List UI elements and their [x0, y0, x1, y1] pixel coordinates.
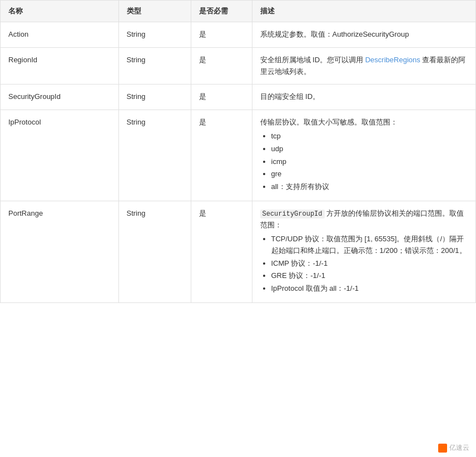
cell-desc: 系统规定参数。取值：AuthorizeSecurityGroup [252, 22, 475, 48]
list-item: IpProtocol 取值为 all：-1/-1 [271, 283, 468, 295]
cell-name: PortRange [1, 201, 118, 302]
cell-name: IpProtocol [1, 110, 118, 201]
cell-name: RegionId [1, 47, 118, 85]
list-item: TCP/UDP 协议：取值范围为 [1, 65535]。使用斜线（/）隔开起始端… [271, 234, 468, 257]
api-params-table: 名称 类型 是否必需 描述 ActionString是系统规定参数。取值：Aut… [0, 0, 476, 303]
header-type: 类型 [118, 1, 191, 22]
table-row: ActionString是系统规定参数。取值：AuthorizeSecurity… [1, 22, 475, 48]
cell-desc: 目的端安全组 ID。 [252, 85, 475, 110]
desc-list: tcpudpicmpgreall：支持所有协议 [260, 131, 468, 193]
list-item: all：支持所有协议 [271, 181, 468, 193]
desc-code: SecurityGroupId [260, 210, 325, 218]
cell-desc: 安全组所属地域 ID。您可以调用 DescribeRegions 查看最新的阿里… [252, 47, 475, 85]
list-item: ICMP 协议：-1/-1 [271, 258, 468, 270]
list-item: gre [271, 168, 468, 180]
desc-list: TCP/UDP 协议：取值范围为 [1, 65535]。使用斜线（/）隔开起始端… [260, 234, 468, 295]
cell-desc: SecurityGroupId 方开放的传输层协议相关的端口范围。取值范围：TC… [252, 201, 475, 302]
desc-text-before: 安全组所属地域 ID。您可以调用 [260, 56, 365, 64]
list-item: icmp [271, 156, 468, 168]
cell-type: String [118, 201, 191, 302]
cell-required: 是 [191, 47, 252, 85]
cell-type: String [118, 22, 191, 48]
cell-type: String [118, 85, 191, 110]
cell-required: 是 [191, 201, 252, 302]
cell-required: 是 [191, 110, 252, 201]
cell-type: String [118, 110, 191, 201]
list-item: udp [271, 143, 468, 155]
list-item: GRE 协议：-1/-1 [271, 270, 468, 282]
cell-required: 是 [191, 22, 252, 48]
table-row: IpProtocolString是传输层协议。取值大小写敏感。取值范围：tcpu… [1, 110, 475, 201]
cell-type: String [118, 47, 191, 85]
list-item: tcp [271, 131, 468, 142]
desc-intro: 传输层协议。取值大小写敏感。取值范围： [260, 118, 398, 126]
header-required: 是否必需 [191, 1, 252, 22]
table-row: PortRangeString是SecurityGroupId 方开放的传输层协… [1, 201, 475, 302]
table-row: RegionIdString是安全组所属地域 ID。您可以调用 Describe… [1, 47, 475, 85]
table-row: SecurityGroupIdString是目的端安全组 ID。 [1, 85, 475, 110]
header-desc: 描述 [252, 1, 475, 22]
desc-link[interactable]: DescribeRegions [365, 56, 420, 64]
cell-name: SecurityGroupId [1, 85, 118, 110]
cell-name: Action [1, 22, 118, 48]
cell-required: 是 [191, 85, 252, 110]
header-name: 名称 [1, 1, 118, 22]
cell-desc: 传输层协议。取值大小写敏感。取值范围：tcpudpicmpgreall：支持所有… [252, 110, 475, 201]
